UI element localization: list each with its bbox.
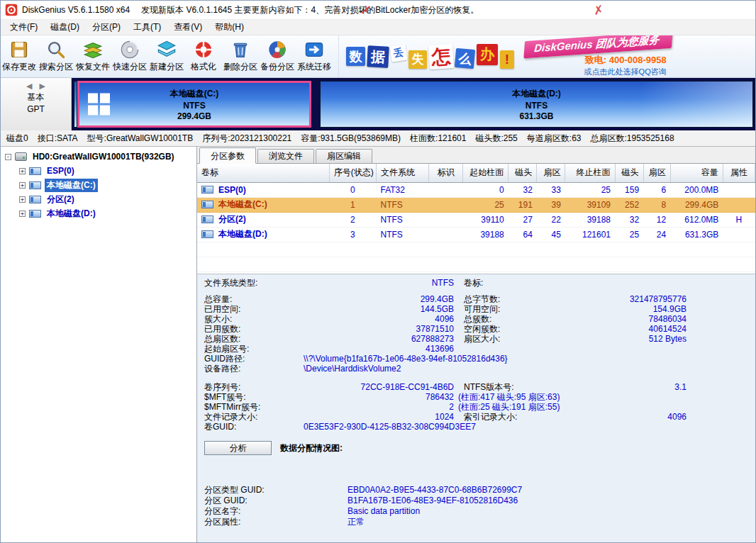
prev-disk-button[interactable]: ◀ <box>26 82 32 91</box>
tree-item-partition2[interactable]: + 分区(2) <box>1 192 196 206</box>
cell <box>429 227 463 242</box>
partition-name-value: Basic data partition <box>348 506 420 517</box>
cell-volume: 分区(2) <box>197 212 329 227</box>
recover-files-button[interactable]: 恢复文件 <box>74 35 111 77</box>
quick-partition-button[interactable]: 快速分区 <box>111 35 148 77</box>
column-header[interactable]: 扇区 <box>643 164 670 182</box>
cell: 39110 <box>463 212 508 227</box>
disk-cylinders: 柱面数:121601 <box>410 133 466 145</box>
cell <box>429 197 463 212</box>
disk-capacity: 容量:931.5GB(953869MB) <box>301 133 401 145</box>
field-value: 321478795776 <box>552 294 686 304</box>
expand-icon[interactable]: + <box>19 211 26 217</box>
windows-logo-icon <box>88 94 110 116</box>
qq-consult-link[interactable]: 或点击此处选择QQ咨询 <box>584 67 667 77</box>
disk-model: 型号:GreatWallGW10001TB <box>87 133 194 145</box>
column-header[interactable]: 磁头 <box>615 164 643 182</box>
tab-partition-params[interactable]: 分区参数 <box>199 147 256 164</box>
tab-sector-edit[interactable]: 扇区编辑 <box>316 149 372 163</box>
field-label: 文件系统类型: <box>204 278 304 288</box>
partition-icon <box>29 196 41 203</box>
tree-item-disk[interactable]: - HD0:GreatWallGW10001TB(932GB) <box>1 150 196 164</box>
cell: 8 <box>643 197 670 212</box>
partition-block-recovery[interactable] <box>311 81 320 128</box>
search-partition-button[interactable]: 搜索分区 <box>38 35 74 77</box>
field-label: 设备路径: <box>204 364 304 374</box>
cell: 121601 <box>565 227 615 242</box>
cell: 22 <box>537 212 565 227</box>
tree-item-esp[interactable]: + ESP(0) <box>1 164 196 178</box>
field-label: 总扇区数: <box>204 334 304 344</box>
table-row-partition2[interactable]: 分区(2) 2 NTFS 39110 27 22 39188 32 12 612… <box>197 212 755 227</box>
menu-partition[interactable]: 分区(P) <box>86 20 127 35</box>
table-row-esp[interactable]: ESP(0) 0 FAT32 0 32 33 25 159 6 200.0MB <box>197 182 755 197</box>
partition-block-c-selected[interactable]: 本地磁盘(C:) NTFS 299.4GB <box>77 81 311 128</box>
next-disk-button[interactable]: ▶ <box>40 82 45 91</box>
column-header[interactable]: 序号(状态) <box>329 164 376 182</box>
analyze-button[interactable]: 分析 <box>204 441 272 455</box>
column-header[interactable]: 终止柱面 <box>565 164 615 182</box>
cell-volume: 本地磁盘(C:) <box>197 197 329 212</box>
backup-icon <box>267 40 287 60</box>
partition-block-d[interactable]: 本地磁盘(D:) NTFS 631.3GB <box>320 81 753 128</box>
new-partition-icon <box>157 40 177 60</box>
menu-help[interactable]: 帮助(H) <box>209 20 250 35</box>
field-label: 空闲簇数: <box>464 324 552 334</box>
field-label: $MFTMirr簇号: <box>204 402 304 412</box>
expand-icon[interactable]: + <box>19 196 26 203</box>
cell <box>723 227 755 242</box>
cell-volume: 本地磁盘(D:) <box>197 227 329 242</box>
cell: 12 <box>643 212 670 227</box>
harddisk-icon <box>15 152 27 161</box>
cell: 39 <box>537 197 565 212</box>
system-migration-button[interactable]: 系统迁移 <box>296 35 333 77</box>
data-map-caption: 数据分配情况图: <box>280 442 343 454</box>
column-header[interactable]: 卷标 <box>197 164 329 182</box>
right-panel: 分区参数 浏览文件 扇区编辑 卷标 序号(状态) 文件系统 <box>197 147 755 542</box>
table-header-row: 卷标 序号(状态) 文件系统 标识 起始柱面 磁头 扇区 终止柱面 磁头 扇区 … <box>197 164 755 182</box>
menu-file[interactable]: 文件(F) <box>4 20 44 35</box>
field-value: 512 Bytes <box>552 334 686 344</box>
column-header[interactable]: 扇区 <box>537 164 565 182</box>
new-partition-button[interactable]: 新建分区 <box>148 35 185 77</box>
backup-partition-button[interactable]: 备份分区 <box>259 35 296 77</box>
column-header[interactable]: 标识 <box>429 164 463 182</box>
column-header[interactable]: 容量 <box>670 164 723 182</box>
disk-graph-sidebar: ◀ ▶ 基本 GPT <box>1 78 72 130</box>
column-header[interactable]: 属性 <box>723 164 755 182</box>
table-row-d-drive[interactable]: 本地磁盘(D:) 3 NTFS 39188 64 45 121601 25 24… <box>197 227 755 242</box>
layers-icon <box>83 40 103 60</box>
table-row-c-drive-selected[interactable]: 本地磁盘(C:) 1 NTFS 25 191 39 39109 252 8 29… <box>197 197 755 212</box>
update-notice[interactable]: 发现新版本 V6.0.1.1645 主要更新内容如下：4、完善对损坏的BitLo… <box>141 4 479 16</box>
format-button[interactable]: 格式化 <box>185 35 222 77</box>
tree-item-c-drive[interactable]: + 本地磁盘(C:) <box>1 178 196 192</box>
delete-partition-button[interactable]: 删除分区 <box>222 35 259 77</box>
cell: 25 <box>565 182 615 197</box>
field-value: 144.5GB <box>304 304 454 314</box>
menu-disk[interactable]: 磁盘(D) <box>44 20 86 35</box>
column-header[interactable]: 文件系统 <box>376 164 428 182</box>
column-header[interactable]: 磁头 <box>508 164 537 182</box>
column-header[interactable]: 起始柱面 <box>463 164 508 182</box>
cell: NTFS <box>376 197 428 212</box>
menu-tools[interactable]: 工具(T) <box>127 20 167 35</box>
menu-view[interactable]: 查看(V) <box>167 20 209 35</box>
cell <box>429 182 463 197</box>
diskgenius-window: DiskGenius V5.6.1.1580 x64 发现新版本 V6.0.1.… <box>0 0 756 543</box>
tree-item-d-drive[interactable]: + 本地磁盘(D:) <box>1 206 196 220</box>
partition-icon <box>29 167 41 175</box>
promo-banner[interactable]: 数 据 丢 失 怎 么 办 ! DiskGenius 团队为您服务 致电: 40… <box>338 35 755 77</box>
expand-icon[interactable]: + <box>19 168 26 174</box>
expand-icon[interactable]: + <box>19 182 26 189</box>
cell: 32 <box>615 212 643 227</box>
red-scribble-icon: ✗ <box>592 2 605 18</box>
cell: 32 <box>508 182 537 197</box>
save-changes-button[interactable]: 保存更改 <box>1 35 38 77</box>
format-icon <box>194 40 213 60</box>
banner-tile: 么 <box>455 48 475 69</box>
collapse-icon[interactable]: - <box>5 154 11 160</box>
cell: 2 <box>329 212 376 227</box>
field-value: 78486034 <box>552 314 686 324</box>
banner-contact-block: DiskGenius 团队为您服务 致电: 400-008-9958 或点击此处… <box>524 36 672 77</box>
tab-browse-files[interactable]: 浏览文件 <box>257 149 314 163</box>
